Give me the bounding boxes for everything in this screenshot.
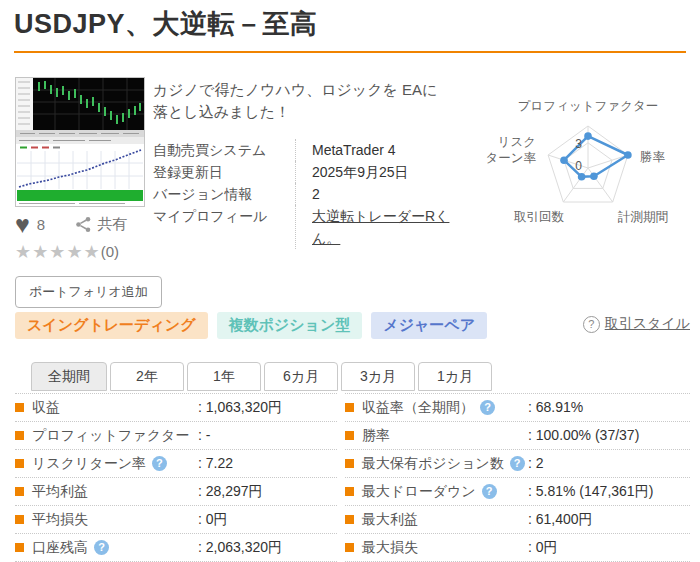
svg-text:プロフィットファクター: プロフィットファクター — [518, 99, 658, 113]
trade-style-link[interactable]: ? 取引スタイル — [583, 315, 690, 333]
help-icon[interactable]: ? — [152, 456, 167, 471]
tab-1-month[interactable]: 1カ月 — [418, 362, 492, 391]
tag-currency-pair[interactable]: メジャーペア — [371, 312, 487, 339]
stat-value: : 28,297円 — [198, 478, 263, 505]
svg-text:勝率: 勝率 — [640, 150, 666, 164]
stat-label: リスクリターン率 — [32, 455, 146, 473]
tab-6-months[interactable]: 6カ月 — [264, 362, 338, 391]
radar-chart: 30プロフィットファクター勝率計測期間取引回数リスクターン率 — [483, 84, 693, 234]
help-icon[interactable]: ? — [480, 400, 495, 415]
help-icon[interactable]: ? — [94, 540, 109, 555]
page-title: USDJPY、大逆転－至高 — [14, 6, 318, 42]
profile-link[interactable]: 大逆転トレーダーRくん。 — [295, 205, 470, 249]
stat-row: 収益率（全期間）?: 68.91% — [345, 394, 690, 422]
stat-label: 収益率（全期間） — [362, 399, 474, 417]
stat-label: 平均利益 — [32, 483, 88, 501]
tab-2-years[interactable]: 2年 — [110, 362, 184, 391]
bullet-icon — [15, 403, 24, 412]
tab-3-months[interactable]: 3カ月 — [341, 362, 415, 391]
stat-row: 平均損失: 0円 — [15, 506, 337, 534]
add-portfolio-button[interactable]: ポートフォリオ追加 — [15, 276, 162, 308]
svg-text:計測期間: 計測期間 — [617, 210, 668, 224]
stats-column-left: 収益: 1,063,320円プロフィットファクター: -リスクリターン率?: 7… — [15, 393, 337, 562]
stat-value: : 100.00% (37/37) — [528, 422, 639, 449]
help-icon[interactable]: ? — [510, 456, 525, 471]
stat-label: 最大保有ポジション数 — [362, 455, 504, 473]
social-row: ♥ 8 共有 — [15, 209, 127, 239]
bullet-icon — [15, 487, 24, 496]
stat-value: : - — [198, 422, 210, 449]
info-label: バージョン情報 — [153, 183, 295, 205]
bullet-icon — [345, 487, 354, 496]
stat-label: 平均損失 — [32, 511, 88, 529]
share-label: 共有 — [97, 215, 127, 234]
info-row: マイプロフィール大逆転トレーダーRくん。 — [153, 205, 483, 249]
stat-row: 最大損失: 0円 — [345, 534, 690, 562]
stat-value: : 68.91% — [528, 394, 583, 421]
rating-count: (0) — [101, 243, 119, 260]
trade-style-label: 取引スタイル — [605, 315, 690, 333]
bullet-icon — [15, 459, 24, 468]
stat-label: 口座残高 — [32, 539, 88, 557]
bullet-icon — [15, 515, 24, 524]
stat-value: : 1,063,320円 — [198, 394, 282, 421]
stat-label: プロフィットファクター — [32, 427, 189, 445]
tag-trading-style[interactable]: スイングトレーディング — [15, 312, 208, 339]
stat-row: 最大利益: 61,400円 — [345, 506, 690, 534]
star-icons: ★★★★★ — [15, 242, 101, 262]
product-thumbnail[interactable] — [15, 77, 145, 207]
stat-value: : 5.81% (147,361円) — [528, 478, 653, 505]
info-label: 自動売買システム — [153, 139, 295, 161]
bullet-icon — [345, 431, 354, 440]
period-tabs: 全期間2年1年6カ月3カ月1カ月 — [31, 362, 495, 391]
product-info-table: 自動売買システムMetaTrader 4登録更新日2025年9月25日バージョン… — [153, 139, 483, 249]
svg-text:取引回数: 取引回数 — [514, 210, 565, 224]
stat-row: 最大ドローダウン?: 5.81% (147,361円) — [345, 478, 690, 506]
share-button[interactable]: 共有 — [75, 215, 127, 234]
stat-label: 最大ドローダウン — [362, 483, 476, 501]
stat-label: 収益 — [32, 399, 60, 417]
svg-text:0: 0 — [575, 159, 582, 173]
stat-row: 最大保有ポジション数?: 2 — [345, 450, 690, 478]
stat-row: 勝率: 100.00% (37/37) — [345, 422, 690, 450]
stat-row: プロフィットファクター: - — [15, 422, 337, 450]
tab-all-period[interactable]: 全期間 — [31, 362, 107, 391]
description-line: カジノで得たノウハウ、ロジックを EAに — [153, 79, 473, 101]
bullet-icon — [15, 431, 24, 440]
bullet-icon — [15, 543, 24, 552]
stat-row: 平均利益: 28,297円 — [15, 478, 337, 506]
product-description: カジノで得たノウハウ、ロジックを EAに 落とし込みました！ — [153, 79, 473, 123]
stat-value: : 0円 — [198, 506, 228, 533]
bullet-icon — [345, 543, 354, 552]
tag-position-type[interactable]: 複数ポジション型 — [217, 312, 363, 339]
stats-column-right: 収益率（全期間）?: 68.91%勝率: 100.00% (37/37)最大保有… — [345, 393, 690, 562]
info-value: 2025年9月25日 — [295, 161, 409, 183]
info-row: 登録更新日2025年9月25日 — [153, 161, 483, 183]
stat-value: : 7.22 — [198, 450, 233, 477]
thumbnail-image — [15, 77, 145, 207]
tag-list: スイングトレーディング複数ポジション型メジャーペア — [15, 312, 496, 339]
stat-value: : 2,063,320円 — [198, 534, 282, 561]
trade-style-radar: 30プロフィットファクター勝率計測期間取引回数リスクターン率 — [483, 84, 693, 234]
stat-value: : 61,400円 — [528, 506, 593, 533]
like-heart-icon[interactable]: ♥ — [15, 210, 30, 238]
stat-label: 最大利益 — [362, 511, 418, 529]
question-circle-icon: ? — [583, 316, 600, 333]
stat-value: : 0円 — [528, 534, 558, 561]
tab-1-year[interactable]: 1年 — [187, 362, 261, 391]
stats-table: 収益: 1,063,320円プロフィットファクター: -リスクリターン率?: 7… — [15, 393, 690, 562]
info-row: バージョン情報2 — [153, 183, 483, 205]
stat-row: 収益: 1,063,320円 — [15, 394, 337, 422]
info-row: 自動売買システムMetaTrader 4 — [153, 139, 483, 161]
help-icon[interactable]: ? — [482, 484, 497, 499]
info-label: 登録更新日 — [153, 161, 295, 183]
stat-row: リスクリターン率?: 7.22 — [15, 450, 337, 478]
svg-text:3: 3 — [575, 137, 582, 151]
bullet-icon — [345, 459, 354, 468]
info-label: マイプロフィール — [153, 205, 295, 249]
share-icon — [75, 216, 92, 233]
stat-row: 口座残高?: 2,063,320円 — [15, 534, 337, 562]
title-divider — [14, 51, 686, 53]
stat-value: : 2 — [528, 450, 544, 477]
svg-text:リスクターン率: リスクターン率 — [485, 135, 536, 165]
